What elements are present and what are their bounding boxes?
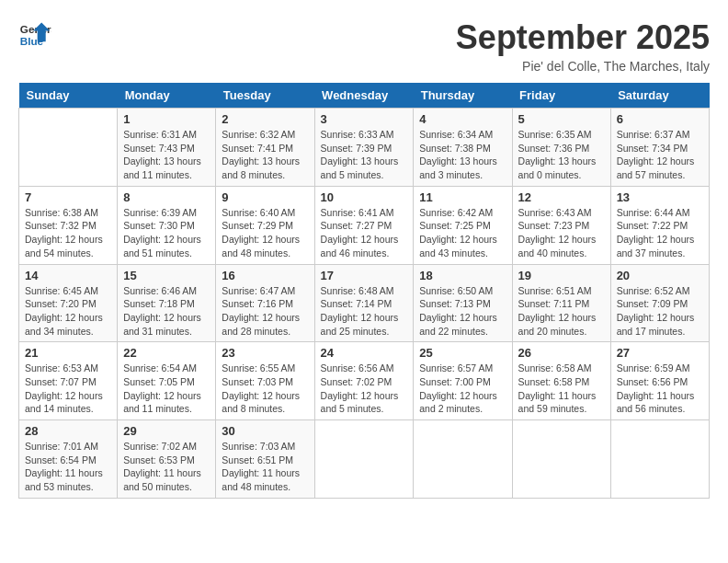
day-info: Sunrise: 6:50 AMSunset: 7:13 PMDaylight:… [419, 284, 506, 339]
day-number: 6 [617, 112, 703, 126]
day-number: 21 [25, 346, 111, 360]
calendar-table: Sunday Monday Tuesday Wednesday Thursday… [18, 83, 710, 499]
calendar-cell: 18 Sunrise: 6:50 AMSunset: 7:13 PMDaylig… [414, 264, 512, 342]
calendar-week-1: 7 Sunrise: 6:38 AMSunset: 7:32 PMDayligh… [19, 186, 710, 264]
day-info: Sunrise: 6:32 AMSunset: 7:41 PMDaylight:… [222, 128, 308, 182]
calendar-cell: 16 Sunrise: 6:47 AMSunset: 7:16 PMDaylig… [216, 264, 314, 342]
day-info: Sunrise: 6:47 AMSunset: 7:16 PMDaylight:… [222, 284, 308, 339]
calendar-cell: 24 Sunrise: 6:56 AMSunset: 7:02 PMDaylig… [314, 342, 414, 420]
col-sunday: Sunday [19, 83, 118, 109]
day-number: 8 [123, 190, 210, 204]
col-monday: Monday [118, 83, 216, 109]
day-number: 14 [25, 269, 111, 282]
month-title: September 2025 [456, 18, 710, 57]
calendar-week-3: 21 Sunrise: 6:53 AMSunset: 7:07 PMDaylig… [19, 342, 710, 420]
day-number: 7 [25, 190, 111, 204]
day-number: 12 [518, 190, 605, 204]
calendar-cell: 20 Sunrise: 6:52 AMSunset: 7:09 PMDaylig… [610, 264, 709, 342]
calendar-cell: 17 Sunrise: 6:48 AMSunset: 7:14 PMDaylig… [314, 264, 414, 342]
day-number: 16 [222, 269, 308, 282]
col-saturday: Saturday [610, 83, 709, 109]
day-number: 9 [222, 190, 308, 204]
calendar-cell: 11 Sunrise: 6:42 AMSunset: 7:25 PMDaylig… [414, 186, 512, 264]
calendar-cell: 6 Sunrise: 6:37 AMSunset: 7:34 PMDayligh… [610, 109, 709, 187]
calendar-cell: 1 Sunrise: 6:31 AMSunset: 7:43 PMDayligh… [118, 109, 216, 187]
calendar-cell: 25 Sunrise: 6:57 AMSunset: 7:00 PMDaylig… [414, 342, 512, 420]
day-info: Sunrise: 6:45 AMSunset: 7:20 PMDaylight:… [25, 284, 111, 339]
calendar-cell: 23 Sunrise: 6:55 AMSunset: 7:03 PMDaylig… [216, 342, 314, 420]
calendar-cell: 9 Sunrise: 6:40 AMSunset: 7:29 PMDayligh… [216, 186, 314, 264]
day-info: Sunrise: 6:56 AMSunset: 7:02 PMDaylight:… [321, 362, 408, 416]
col-tuesday: Tuesday [216, 83, 314, 109]
day-info: Sunrise: 7:02 AMSunset: 6:53 PMDaylight:… [123, 440, 210, 494]
day-info: Sunrise: 6:55 AMSunset: 7:03 PMDaylight:… [222, 362, 308, 416]
day-info: Sunrise: 6:38 AMSunset: 7:32 PMDaylight:… [25, 206, 111, 260]
calendar-cell [512, 420, 610, 499]
day-info: Sunrise: 6:44 AMSunset: 7:22 PMDaylight:… [617, 206, 703, 260]
calendar-cell [19, 109, 118, 187]
calendar-cell: 27 Sunrise: 6:59 AMSunset: 6:56 PMDaylig… [610, 342, 709, 420]
day-number: 4 [419, 112, 506, 126]
day-info: Sunrise: 6:52 AMSunset: 7:09 PMDaylight:… [617, 284, 703, 339]
logo: General Blue [18, 18, 51, 52]
calendar-cell: 7 Sunrise: 6:38 AMSunset: 7:32 PMDayligh… [19, 186, 118, 264]
day-number: 23 [222, 346, 308, 360]
day-number: 19 [518, 269, 605, 282]
day-info: Sunrise: 6:41 AMSunset: 7:27 PMDaylight:… [321, 206, 408, 260]
calendar-cell: 12 Sunrise: 6:43 AMSunset: 7:23 PMDaylig… [512, 186, 610, 264]
day-info: Sunrise: 6:59 AMSunset: 6:56 PMDaylight:… [617, 362, 703, 416]
title-section: September 2025 Pie' del Colle, The March… [456, 18, 710, 74]
day-number: 10 [321, 190, 408, 204]
day-number: 22 [123, 346, 210, 360]
day-number: 2 [222, 112, 308, 126]
day-info: Sunrise: 6:58 AMSunset: 6:58 PMDaylight:… [518, 362, 605, 416]
day-number: 30 [222, 424, 308, 438]
day-info: Sunrise: 6:34 AMSunset: 7:38 PMDaylight:… [419, 128, 506, 182]
day-number: 1 [123, 112, 210, 126]
day-info: Sunrise: 6:57 AMSunset: 7:00 PMDaylight:… [419, 362, 506, 416]
col-wednesday: Wednesday [314, 83, 414, 109]
calendar-week-4: 28 Sunrise: 7:01 AMSunset: 6:54 PMDaylig… [19, 420, 710, 499]
day-number: 3 [321, 112, 408, 126]
header-row: Sunday Monday Tuesday Wednesday Thursday… [19, 83, 710, 109]
calendar-cell: 3 Sunrise: 6:33 AMSunset: 7:39 PMDayligh… [314, 109, 414, 187]
day-info: Sunrise: 6:43 AMSunset: 7:23 PMDaylight:… [518, 206, 605, 260]
calendar-cell: 13 Sunrise: 6:44 AMSunset: 7:22 PMDaylig… [610, 186, 709, 264]
day-info: Sunrise: 6:35 AMSunset: 7:36 PMDaylight:… [518, 128, 605, 182]
day-number: 26 [518, 346, 605, 360]
calendar-cell [314, 420, 414, 499]
location-subtitle: Pie' del Colle, The Marches, Italy [456, 59, 710, 74]
calendar-week-2: 14 Sunrise: 6:45 AMSunset: 7:20 PMDaylig… [19, 264, 710, 342]
calendar-cell: 19 Sunrise: 6:51 AMSunset: 7:11 PMDaylig… [512, 264, 610, 342]
calendar-week-0: 1 Sunrise: 6:31 AMSunset: 7:43 PMDayligh… [19, 109, 710, 187]
day-info: Sunrise: 7:03 AMSunset: 6:51 PMDaylight:… [222, 440, 308, 494]
day-info: Sunrise: 7:01 AMSunset: 6:54 PMDaylight:… [25, 440, 111, 494]
day-info: Sunrise: 6:46 AMSunset: 7:18 PMDaylight:… [123, 284, 210, 339]
calendar-cell: 2 Sunrise: 6:32 AMSunset: 7:41 PMDayligh… [216, 109, 314, 187]
day-info: Sunrise: 6:51 AMSunset: 7:11 PMDaylight:… [518, 284, 605, 339]
day-number: 18 [419, 269, 506, 282]
col-friday: Friday [512, 83, 610, 109]
day-info: Sunrise: 6:39 AMSunset: 7:30 PMDaylight:… [123, 206, 210, 260]
day-info: Sunrise: 6:33 AMSunset: 7:39 PMDaylight:… [321, 128, 408, 182]
calendar-cell: 8 Sunrise: 6:39 AMSunset: 7:30 PMDayligh… [118, 186, 216, 264]
calendar-cell: 10 Sunrise: 6:41 AMSunset: 7:27 PMDaylig… [314, 186, 414, 264]
calendar-cell: 4 Sunrise: 6:34 AMSunset: 7:38 PMDayligh… [414, 109, 512, 187]
header: General Blue September 2025 Pie' del Col… [18, 18, 710, 74]
day-number: 24 [321, 346, 408, 360]
calendar-cell: 5 Sunrise: 6:35 AMSunset: 7:36 PMDayligh… [512, 109, 610, 187]
day-info: Sunrise: 6:37 AMSunset: 7:34 PMDaylight:… [617, 128, 703, 182]
calendar-cell [414, 420, 512, 499]
day-info: Sunrise: 6:48 AMSunset: 7:14 PMDaylight:… [321, 284, 408, 339]
day-number: 15 [123, 269, 210, 282]
day-number: 5 [518, 112, 605, 126]
calendar-cell: 26 Sunrise: 6:58 AMSunset: 6:58 PMDaylig… [512, 342, 610, 420]
day-info: Sunrise: 6:54 AMSunset: 7:05 PMDaylight:… [123, 362, 210, 416]
calendar-cell: 22 Sunrise: 6:54 AMSunset: 7:05 PMDaylig… [118, 342, 216, 420]
calendar-cell: 30 Sunrise: 7:03 AMSunset: 6:51 PMDaylig… [216, 420, 314, 499]
day-info: Sunrise: 6:53 AMSunset: 7:07 PMDaylight:… [25, 362, 111, 416]
day-info: Sunrise: 6:42 AMSunset: 7:25 PMDaylight:… [419, 206, 506, 260]
day-number: 29 [123, 424, 210, 438]
day-number: 27 [617, 346, 703, 360]
calendar-cell: 29 Sunrise: 7:02 AMSunset: 6:53 PMDaylig… [118, 420, 216, 499]
